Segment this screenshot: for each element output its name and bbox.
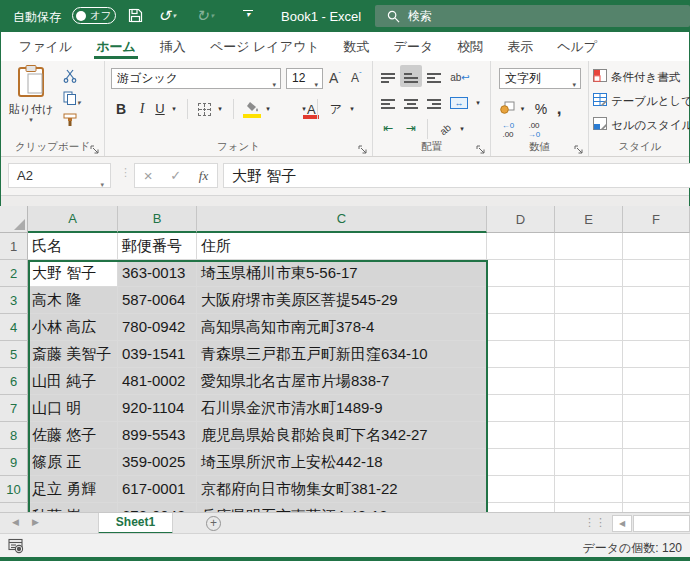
decrease-decimal-button[interactable]: .00 →0 xyxy=(523,121,545,139)
cell-A2[interactable]: 大野 智子 xyxy=(28,260,118,287)
cell-C1[interactable]: 住所 xyxy=(197,233,487,260)
row-header-1[interactable]: 1 xyxy=(0,233,28,260)
cell-E1[interactable] xyxy=(555,233,623,260)
ribbon-tab-表示[interactable]: 表示 xyxy=(495,32,545,61)
column-header-B[interactable]: B xyxy=(118,206,197,233)
borders-dropdown-icon[interactable]: ▾ xyxy=(215,98,225,120)
increase-indent-button[interactable]: ⇥ xyxy=(400,117,422,139)
phonetic-dropdown-icon[interactable]: ▾ xyxy=(347,98,357,120)
cell-A4[interactable]: 小林 高広 xyxy=(28,314,118,341)
font-name-combo[interactable]: 游ゴシック ▾ xyxy=(111,68,281,89)
format-as-table-button[interactable]: テーブルとして書式設定 xyxy=(593,90,690,112)
cell-A6[interactable]: 山田 純子 xyxy=(28,368,118,395)
align-right-button[interactable] xyxy=(423,91,445,113)
cell-B11[interactable]: 673-0042 xyxy=(118,503,197,512)
paste-button[interactable]: 貼り付け ▾ xyxy=(7,65,55,139)
copy-button[interactable]: ▾ xyxy=(63,91,81,108)
cell-F6[interactable] xyxy=(623,368,690,395)
decrease-indent-button[interactable]: ⇤ xyxy=(377,117,399,139)
name-box-dropdown-icon[interactable]: ▾ xyxy=(100,173,104,196)
cell-C3[interactable]: 大阪府堺市美原区菩提545-29 xyxy=(197,287,487,314)
paste-dropdown-icon[interactable]: ▾ xyxy=(7,117,55,123)
align-bottom-button[interactable] xyxy=(423,65,445,87)
cell-B8[interactable]: 899-5543 xyxy=(118,422,197,449)
row-header-7[interactable]: 7 xyxy=(0,395,28,422)
cell-F7[interactable] xyxy=(623,395,690,422)
cell-A3[interactable]: 高木 隆 xyxy=(28,287,118,314)
row-header-4[interactable]: 4 xyxy=(0,314,28,341)
tab-bar-grip-icon[interactable]: ⋮⋮ xyxy=(584,516,606,529)
cell-B10[interactable]: 617-0001 xyxy=(118,476,197,503)
cell-E6[interactable] xyxy=(555,368,623,395)
ribbon-tab-校閲[interactable]: 校閲 xyxy=(445,32,495,61)
ribbon-tab-ファイル[interactable]: ファイル xyxy=(7,32,84,61)
fill-color-dropdown-icon[interactable]: ▾ xyxy=(263,98,273,120)
column-header-E[interactable]: E xyxy=(555,206,623,233)
row-header-6[interactable]: 6 xyxy=(0,368,28,395)
next-sheet-icon[interactable]: ▶ xyxy=(32,517,39,527)
cell-B9[interactable]: 359-0025 xyxy=(118,449,197,476)
cell-C11[interactable]: 兵庫県明石市東藤江4-48-12 xyxy=(197,503,487,512)
font-color-dropdown-icon[interactable]: ▾ xyxy=(299,98,309,120)
cell-E8[interactable] xyxy=(555,422,623,449)
currency-dropdown-icon[interactable]: ▾ xyxy=(518,98,527,120)
hscroll-thumb[interactable] xyxy=(633,515,690,532)
cell-D2[interactable] xyxy=(487,260,555,287)
decrease-font-size-button[interactable]: Aˇ xyxy=(351,70,362,85)
cell-A1[interactable]: 氏名 xyxy=(28,233,118,260)
cell-B4[interactable]: 780-0942 xyxy=(118,314,197,341)
hscroll-left-icon[interactable]: ◀ xyxy=(612,515,632,532)
cell-D3[interactable] xyxy=(487,287,555,314)
cell-F9[interactable] xyxy=(623,449,690,476)
undo-dropdown-icon[interactable]: ▾ xyxy=(173,12,177,19)
cell-F4[interactable] xyxy=(623,314,690,341)
borders-button[interactable] xyxy=(195,98,213,120)
font-size-combo[interactable]: 12 ▾ xyxy=(286,68,323,89)
align-center-button[interactable] xyxy=(400,91,422,113)
fill-color-button[interactable] xyxy=(243,98,261,120)
comma-style-button[interactable]: , xyxy=(553,98,565,120)
wrap-text-button[interactable]: ab↩ xyxy=(449,65,471,87)
cell-F1[interactable] xyxy=(623,233,690,260)
bold-button[interactable]: B xyxy=(113,98,129,120)
cell-C4[interactable]: 高知県高知市南元町378-4 xyxy=(197,314,487,341)
search-box[interactable]: 検索 xyxy=(375,5,690,27)
cell-C6[interactable]: 愛知県北名古屋市片場838-7 xyxy=(197,368,487,395)
currency-format-button[interactable] xyxy=(497,98,517,120)
copy-dropdown-icon[interactable]: ▾ xyxy=(77,99,81,106)
font-name-dropdown-icon[interactable]: ▾ xyxy=(272,75,276,94)
align-middle-button[interactable] xyxy=(400,65,422,87)
row-header-11[interactable]: 11 xyxy=(0,503,28,512)
row-header-3[interactable]: 3 xyxy=(0,287,28,314)
new-sheet-button[interactable]: + xyxy=(206,516,221,531)
underline-dropdown-icon[interactable]: ▾ xyxy=(169,98,179,120)
column-header-D[interactable]: D xyxy=(487,206,555,233)
format-painter-button[interactable] xyxy=(63,113,77,130)
cell-F11[interactable] xyxy=(623,503,690,512)
cell-B2[interactable]: 363-0013 xyxy=(118,260,197,287)
alignment-dialog-launcher-icon[interactable] xyxy=(476,141,487,152)
undo-icon[interactable]: ↺▾ xyxy=(158,7,176,24)
row-header-8[interactable]: 8 xyxy=(0,422,28,449)
cell-C9[interactable]: 埼玉県所沢市上安松442-18 xyxy=(197,449,487,476)
cell-F3[interactable] xyxy=(623,287,690,314)
orientation-button[interactable]: ab xyxy=(435,117,457,139)
cell-C5[interactable]: 青森県三戸郡五戸町新田窪634-10 xyxy=(197,341,487,368)
cell-A5[interactable]: 斎藤 美智子 xyxy=(28,341,118,368)
cell-B7[interactable]: 920-1104 xyxy=(118,395,197,422)
name-box[interactable]: A2 ▾ xyxy=(8,163,111,188)
number-format-dropdown-icon[interactable]: ▾ xyxy=(572,75,576,94)
cell-D7[interactable] xyxy=(487,395,555,422)
number-dialog-launcher-icon[interactable] xyxy=(574,141,585,152)
cell-D5[interactable] xyxy=(487,341,555,368)
increase-font-size-button[interactable]: Aˆ xyxy=(329,70,341,86)
cell-D1[interactable] xyxy=(487,233,555,260)
cell-D9[interactable] xyxy=(487,449,555,476)
cell-E3[interactable] xyxy=(555,287,623,314)
phonetic-guide-button[interactable]: ア xyxy=(327,98,345,120)
insert-function-icon[interactable]: fx xyxy=(199,168,208,184)
cell-styles-button[interactable]: セルのスタイル xyxy=(593,114,690,136)
font-size-dropdown-icon[interactable]: ▾ xyxy=(314,75,318,94)
column-header-C[interactable]: C xyxy=(197,206,487,233)
confirm-entry-icon[interactable]: ✓ xyxy=(170,168,181,183)
